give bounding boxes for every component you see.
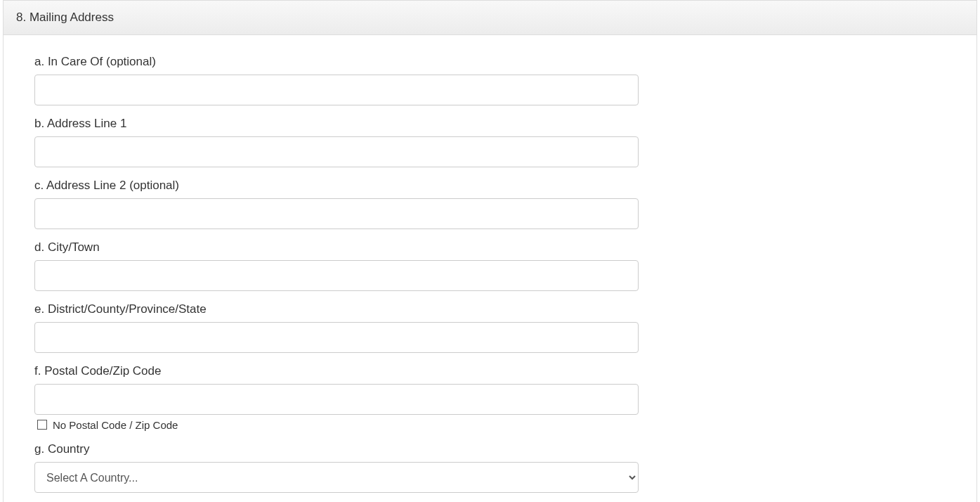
no-postal-code-label: No Postal Code / Zip Code	[53, 419, 178, 431]
district-label: e. District/County/Province/State	[34, 302, 639, 316]
address-line-2-label: c. Address Line 2 (optional)	[34, 179, 639, 193]
in-care-of-group: a. In Care Of (optional)	[34, 55, 639, 105]
country-label: g. Country	[34, 442, 639, 456]
postal-code-input[interactable]	[34, 384, 639, 415]
section-header: 8. Mailing Address	[4, 0, 976, 35]
in-care-of-label: a. In Care Of (optional)	[34, 55, 639, 69]
no-postal-code-row: No Postal Code / Zip Code	[34, 419, 639, 431]
city-town-label: d. City/Town	[34, 240, 639, 255]
city-town-input[interactable]	[34, 260, 639, 291]
address-line-1-group: b. Address Line 1	[34, 117, 639, 167]
in-care-of-input[interactable]	[34, 75, 639, 105]
address-line-2-input[interactable]	[34, 198, 639, 229]
country-group: g. Country Select A Country...	[34, 442, 639, 493]
address-line-1-input[interactable]	[34, 136, 639, 167]
address-line-2-group: c. Address Line 2 (optional)	[34, 179, 639, 229]
no-postal-code-checkbox[interactable]	[37, 420, 47, 430]
postal-code-label: f. Postal Code/Zip Code	[34, 364, 639, 378]
district-input[interactable]	[34, 322, 639, 353]
city-town-group: d. City/Town	[34, 240, 639, 291]
country-select[interactable]: Select A Country...	[34, 462, 639, 493]
postal-code-group: f. Postal Code/Zip Code No Postal Code /…	[34, 364, 639, 431]
section-title: 8. Mailing Address	[16, 11, 114, 24]
mailing-address-section: 8. Mailing Address a. In Care Of (option…	[3, 0, 977, 502]
district-group: e. District/County/Province/State	[34, 302, 639, 353]
section-body: a. In Care Of (optional) b. Address Line…	[4, 35, 976, 502]
address-line-1-label: b. Address Line 1	[34, 117, 639, 131]
